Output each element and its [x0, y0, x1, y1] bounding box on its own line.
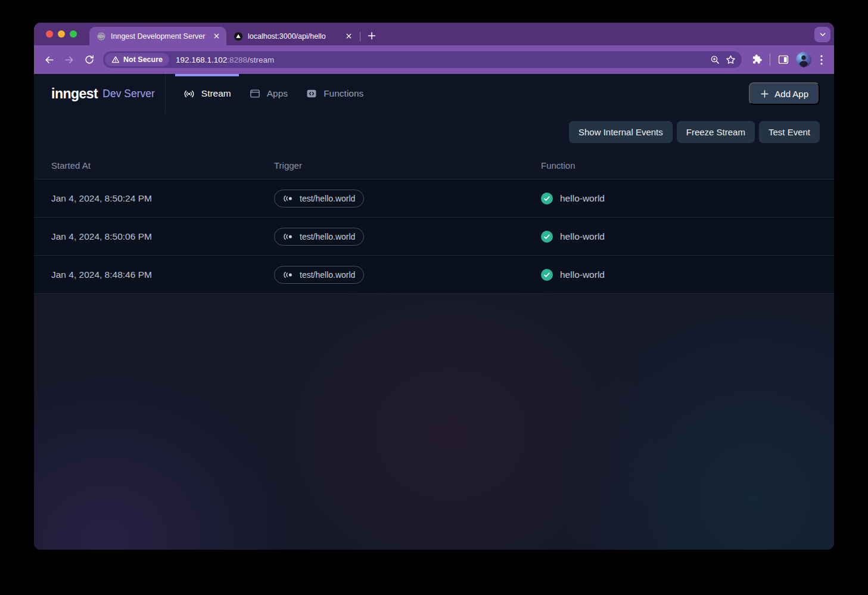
url-host: 192.168.1.102 [176, 55, 227, 64]
tab-separator [360, 32, 360, 41]
event-row[interactable]: Jan 4, 2024, 8:50:24 PM test/hello.world [34, 179, 834, 218]
plus-icon [760, 89, 769, 98]
empty-stream-area [34, 294, 834, 550]
event-rows: Jan 4, 2024, 8:50:24 PM test/hello.world [34, 179, 834, 294]
header-divider [165, 74, 166, 113]
new-tab-button[interactable] [364, 28, 379, 44]
profile-avatar[interactable] [796, 52, 811, 67]
function-name: hello-world [560, 231, 605, 242]
tab-title: localhost:3000/api/hello [248, 32, 338, 41]
url-text: 192.168.1.102:8288/stream [176, 55, 274, 64]
tab-localhost-api-hello[interactable]: localhost:3000/api/hello [226, 27, 359, 45]
tab-stream-label: Stream [201, 88, 231, 99]
close-tab-icon[interactable] [343, 31, 354, 42]
nextjs-favicon-icon [234, 32, 243, 41]
trigger-badge[interactable]: test/hello.world [274, 228, 364, 246]
function-cell: hello-world [541, 193, 834, 204]
column-function: Function [541, 160, 834, 171]
address-bar[interactable]: Not Secure 192.168.1.102:8288/stream [103, 51, 742, 68]
tab-search-chevron-button[interactable] [814, 27, 830, 42]
window-controls [34, 23, 89, 45]
warning-icon [111, 55, 120, 64]
inngest-dev-server-app: inngest Dev Server Stream [34, 74, 834, 550]
function-name: hello-world [560, 193, 605, 204]
started-at-value: Jan 4, 2024, 8:50:06 PM [51, 231, 274, 242]
event-signal-icon [283, 271, 294, 279]
not-secure-badge[interactable]: Not Secure [105, 53, 169, 66]
add-app-button[interactable]: Add App [749, 82, 820, 105]
test-event-button[interactable]: Test Event [759, 121, 820, 143]
success-check-icon [541, 269, 553, 281]
reload-icon[interactable] [79, 49, 99, 70]
close-tab-icon[interactable] [211, 31, 222, 42]
tab-functions[interactable]: Functions [297, 74, 372, 113]
fullscreen-window-button[interactable] [70, 30, 77, 38]
column-trigger: Trigger [274, 160, 541, 171]
freeze-stream-button[interactable]: Freeze Stream [677, 121, 755, 143]
toolbar-divider [770, 54, 770, 66]
tab-apps[interactable]: Apps [240, 74, 297, 113]
tab-inngest-dev-server[interactable]: Inngest Development Server [89, 27, 226, 45]
stream-actions: Show Internal Events Freeze Stream Test … [34, 113, 834, 151]
success-check-icon [541, 193, 553, 204]
started-at-value: Jan 4, 2024, 8:48:46 PM [51, 269, 274, 280]
browser-menu-icon[interactable] [815, 51, 828, 69]
minimize-window-button[interactable] [58, 30, 65, 38]
show-internal-events-button[interactable]: Show Internal Events [569, 121, 673, 143]
event-signal-icon [283, 233, 294, 241]
trigger-name: test/hello.world [300, 232, 355, 241]
tab-apps-label: Apps [267, 88, 288, 99]
stream-content: Show Internal Events Freeze Stream Test … [34, 113, 834, 550]
trigger-badge[interactable]: test/hello.world [274, 190, 364, 207]
tab-stream[interactable]: Stream [174, 74, 240, 113]
trigger-badge[interactable]: test/hello.world [274, 266, 364, 284]
browser-window: Inngest Development Server localhost:300… [34, 23, 834, 550]
app-header: inngest Dev Server Stream [34, 74, 834, 113]
function-cell: hello-world [541, 269, 834, 281]
event-row[interactable]: Jan 4, 2024, 8:50:06 PM test/hello.world [34, 218, 834, 256]
trigger-name: test/hello.world [300, 194, 355, 203]
tab-title: Inngest Development Server [111, 32, 206, 41]
globe-favicon-icon [97, 32, 106, 41]
tab-strip: Inngest Development Server localhost:300… [34, 23, 834, 45]
side-panel-icon[interactable] [774, 51, 792, 69]
apps-window-icon [249, 88, 261, 100]
success-check-icon [541, 231, 553, 243]
tab-functions-label: Functions [323, 88, 363, 99]
zoom-icon[interactable] [707, 52, 723, 67]
dev-server-label: Dev Server [102, 88, 155, 100]
browser-toolbar: Not Secure 192.168.1.102:8288/stream [34, 45, 834, 74]
close-window-button[interactable] [46, 30, 53, 38]
inngest-logo: inngest [51, 86, 98, 102]
bookmark-star-icon[interactable] [723, 52, 738, 67]
stream-broadcast-icon [183, 88, 195, 100]
back-icon[interactable] [39, 49, 59, 70]
function-cell: hello-world [541, 231, 834, 243]
event-row[interactable]: Jan 4, 2024, 8:48:46 PM test/hello.world [34, 256, 834, 294]
url-path: /stream [247, 55, 274, 64]
add-app-label: Add App [774, 89, 808, 99]
forward-icon[interactable] [59, 49, 79, 70]
function-name: hello-world [560, 269, 605, 280]
security-label: Not Secure [123, 55, 163, 64]
event-signal-icon [283, 194, 294, 203]
started-at-value: Jan 4, 2024, 8:50:24 PM [51, 193, 274, 204]
app-nav: Stream Apps [174, 74, 373, 113]
table-header: Started At Trigger Function [34, 151, 834, 179]
functions-code-icon [306, 88, 318, 100]
column-started-at: Started At [51, 160, 274, 171]
url-port: :8288 [227, 55, 247, 64]
trigger-name: test/hello.world [300, 270, 355, 280]
extensions-icon[interactable] [748, 51, 766, 69]
